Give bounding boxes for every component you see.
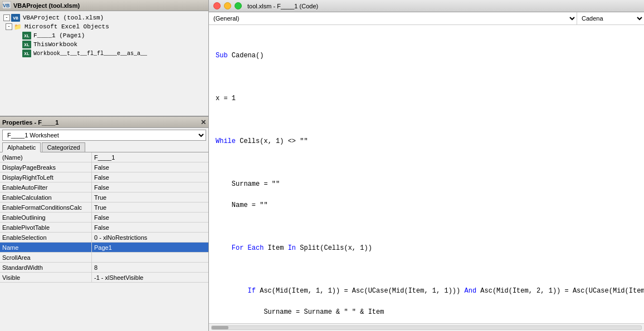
window-controls — [213, 2, 242, 9]
project-tree: - VB VBAProject (tool.xlsm) - 📁 Microsof… — [0, 11, 208, 60]
prop-value: False — [92, 213, 208, 222]
xl-page1-icon: XL — [22, 32, 31, 39]
prop-value: False — [92, 172, 208, 182]
property-row[interactable]: DisplayPageBreaks False — [0, 162, 208, 172]
property-row[interactable]: EnableOutlining False — [0, 213, 208, 223]
prop-name: EnableSelection — [0, 233, 92, 242]
properties-tabs: Alphabetic Categorized — [0, 142, 208, 152]
prop-value: -1 - xlSheetVisible — [92, 273, 208, 282]
property-row[interactable]: EnablePivotTable False — [0, 223, 208, 233]
prop-name: EnableCalculation — [0, 192, 92, 202]
property-row[interactable]: Name Page1 — [0, 243, 208, 253]
prop-value: Page1 — [92, 243, 208, 252]
vba-icon: VB — [2, 1, 11, 10]
code-dropdowns: (General) Cadena — [209, 12, 644, 25]
properties-object-dropdown[interactable]: F____1 Worksheet — [2, 130, 206, 141]
tree-root-label: VBAProject (tool.xlsm) — [23, 14, 104, 21]
tree-workbook-label: ThisWorkbook — [33, 41, 77, 48]
code-editor-panel: tool.xlsm - F____1 (Code) (General) Cade… — [209, 0, 644, 331]
tab-categorized[interactable]: Categorized — [42, 142, 85, 152]
code-area[interactable]: Sub Cadena() x = 1 While Cells(x, 1) <> … — [209, 25, 644, 323]
prop-value: F____1 — [92, 152, 208, 162]
properties-title-bar: Properties - F____1 ✕ — [0, 117, 208, 128]
prop-name: DisplayPageBreaks — [0, 162, 92, 172]
svg-text:VB: VB — [3, 3, 10, 8]
code-general-dropdown[interactable]: (General) — [209, 12, 577, 24]
folder-icon: 📁 — [13, 23, 22, 31]
prop-name: Visible — [0, 273, 92, 282]
property-row[interactable]: ScrollArea — [0, 253, 208, 263]
tree-workbook2[interactable]: XL Workbook__t__t__fl_fl____e__as_a__ — [1, 49, 207, 58]
code-cadena-dropdown[interactable]: Cadena — [577, 12, 644, 24]
prop-name: (Name) — [0, 152, 92, 162]
property-row[interactable]: StandardWidth 8 — [0, 263, 208, 273]
prop-name: DisplayRightToLeft — [0, 172, 92, 182]
prop-name: EnableAutoFilter — [0, 182, 92, 192]
code-scrollbar[interactable] — [209, 323, 644, 331]
prop-name: EnableFormatConditionsCalc — [0, 202, 92, 212]
tree-page1-label: F____1 (Page1) — [33, 32, 85, 39]
vba-project-icon: VB — [11, 14, 20, 22]
expand-excel-icon[interactable]: - — [6, 23, 12, 30]
tree-workbook2-label: Workbook__t__t__fl_fl____e__as_a__ — [33, 51, 147, 57]
project-title-text: VBAProject (tool.xlsm) — [13, 2, 80, 9]
prop-value: True — [92, 192, 208, 202]
code-title-bar: tool.xlsm - F____1 (Code) — [209, 0, 644, 12]
property-row[interactable]: EnableSelection 0 - xlNoRestrictions — [0, 233, 208, 243]
project-explorer: VB VBAProject (tool.xlsm) - VB VBAProjec… — [0, 0, 208, 117]
prop-value: False — [92, 162, 208, 172]
scrollbar-track[interactable] — [211, 325, 642, 330]
tree-thisworkbook[interactable]: XL ThisWorkbook — [1, 40, 207, 49]
properties-title-text: Properties - F____1 — [2, 119, 59, 126]
minimize-button[interactable] — [224, 2, 231, 9]
prop-name: ScrollArea — [0, 253, 92, 262]
maximize-button[interactable] — [235, 2, 242, 9]
property-row[interactable]: EnableCalculation True — [0, 192, 208, 202]
prop-value: True — [92, 202, 208, 212]
tree-root[interactable]: - VB VBAProject (tool.xlsm) — [1, 13, 207, 22]
scrollbar-thumb[interactable] — [212, 326, 228, 329]
tree-page1[interactable]: XL F____1 (Page1) — [1, 31, 207, 40]
xl-workbook-icon: XL — [22, 41, 31, 48]
prop-name: StandardWidth — [0, 263, 92, 272]
code-title-text: tool.xlsm - F____1 (Code) — [247, 3, 318, 9]
prop-value: False — [92, 223, 208, 232]
prop-value: 0 - xlNoRestrictions — [92, 233, 208, 242]
property-row[interactable]: DisplayRightToLeft False — [0, 172, 208, 182]
tab-alphabetic[interactable]: Alphabetic — [2, 142, 41, 152]
prop-name: EnablePivotTable — [0, 223, 92, 232]
prop-value: 8 — [92, 263, 208, 272]
properties-close-button[interactable]: ✕ — [201, 119, 206, 126]
property-row[interactable]: EnableAutoFilter False — [0, 182, 208, 192]
prop-value — [92, 253, 208, 262]
expand-icon[interactable]: - — [3, 14, 10, 21]
project-title-bar: VB VBAProject (tool.xlsm) — [0, 0, 208, 11]
close-button[interactable] — [213, 2, 221, 9]
tree-excel-objects[interactable]: - 📁 Microsoft Excel Objects — [1, 22, 207, 31]
property-row[interactable]: (Name) F____1 — [0, 152, 208, 162]
property-row[interactable]: Visible -1 - xlSheetVisible — [0, 273, 208, 283]
properties-table: (Name) F____1 DisplayPageBreaks False Di… — [0, 152, 208, 331]
prop-name: EnableOutlining — [0, 213, 92, 222]
property-row[interactable]: EnableFormatConditionsCalc True — [0, 202, 208, 213]
xl-workbook2-icon: XL — [22, 50, 31, 57]
tree-excel-objects-label: Microsoft Excel Objects — [25, 23, 109, 30]
prop-name: Name — [0, 243, 92, 252]
properties-panel: Properties - F____1 ✕ F____1 Worksheet A… — [0, 117, 208, 331]
prop-value: False — [92, 182, 208, 192]
